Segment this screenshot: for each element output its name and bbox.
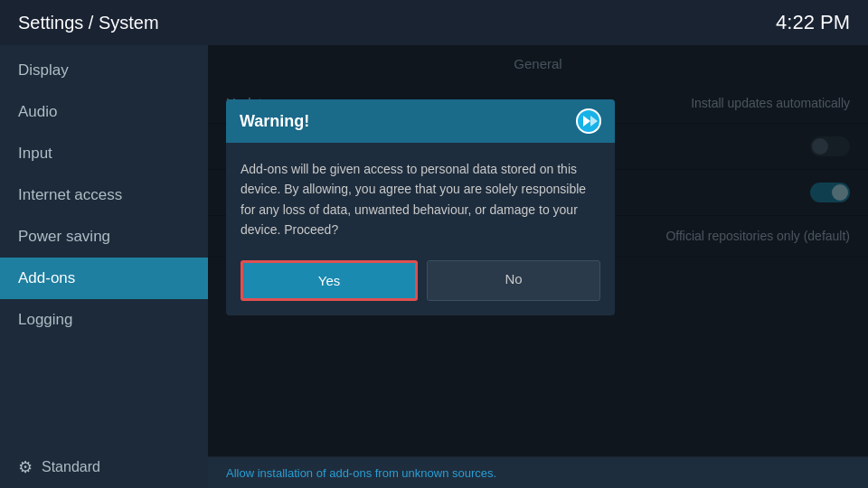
warning-dialog: Warning! Add-ons will be given access to… — [226, 99, 615, 315]
overlay: Warning! Add-ons will be given access to… — [208, 45, 868, 488]
sidebar-item-logging[interactable]: Logging — [0, 299, 208, 341]
sidebar-item-internet-access[interactable]: Internet access — [0, 174, 208, 216]
status-bar: Allow installation of add-ons from unkno… — [208, 456, 868, 488]
page-title: Settings / System — [18, 13, 159, 33]
sidebar-item-addons[interactable]: Add-ons — [0, 258, 208, 299]
kodi-icon — [576, 108, 601, 134]
sidebar-item-power-saving[interactable]: Power saving — [0, 216, 208, 258]
dialog-header: Warning! — [226, 99, 615, 143]
clock: 4:22 PM — [776, 11, 850, 34]
content-area: General Updates Install updates automati… — [208, 45, 868, 488]
no-button[interactable]: No — [427, 260, 600, 301]
dialog-title: Warning! — [240, 112, 309, 131]
dialog-buttons: Yes No — [226, 253, 615, 315]
gear-icon: ⚙ — [18, 457, 33, 477]
sidebar-footer[interactable]: ⚙ Standard — [0, 446, 208, 488]
sidebar: Display Audio Input Internet access Powe… — [0, 45, 208, 488]
status-text: Allow installation of add-ons from unkno… — [226, 466, 496, 480]
sidebar-nav: Display Audio Input Internet access Powe… — [0, 45, 208, 341]
sidebar-item-input[interactable]: Input — [0, 133, 208, 174]
sidebar-item-audio[interactable]: Audio — [0, 91, 208, 133]
sidebar-item-display[interactable]: Display — [0, 50, 208, 91]
yes-button[interactable]: Yes — [241, 260, 418, 301]
dialog-body: Add-ons will be given access to personal… — [226, 143, 615, 253]
main-layout: Display Audio Input Internet access Powe… — [0, 45, 868, 488]
header: Settings / System 4:22 PM — [0, 0, 868, 45]
